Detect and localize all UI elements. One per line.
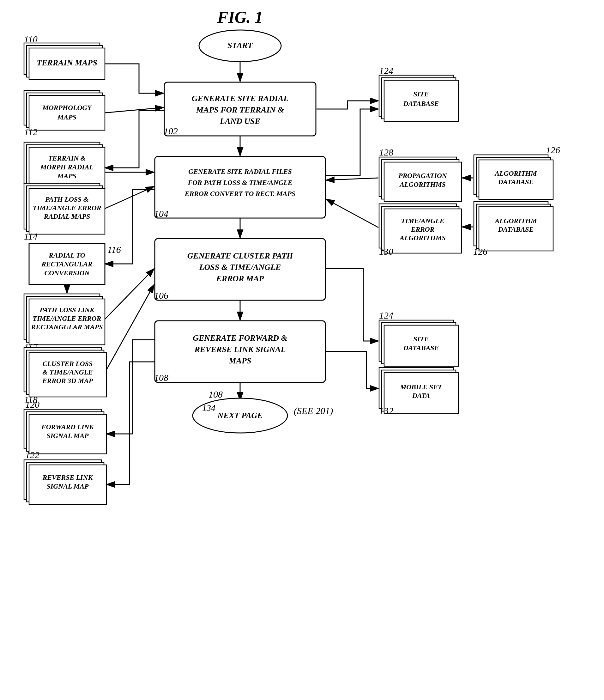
terr-morph-l1: TERRAIN & (48, 154, 86, 162)
fwd-link-l1: FORWARD LINK (41, 423, 94, 431)
node-108-l1: GENERATE FORWARD & (193, 333, 287, 343)
node-104-l2: FOR PATH LOSS & TIME/ANGLE (188, 179, 292, 186)
svg-line-60 (106, 284, 154, 370)
terr-morph-l3: MAPS (57, 172, 76, 180)
node-106-l1: GENERATE CLUSTER PATH (187, 251, 293, 260)
num-110: 110 (24, 34, 37, 44)
cluster-l3: ERROR 3D MAP (42, 377, 93, 384)
node-104-l1: GENERATE SITE RADIAL FILES (188, 168, 292, 175)
morph-maps-l2: MAPS (57, 113, 76, 121)
prop-algo-l1: PROPAGATION (398, 172, 447, 179)
algo-db2-l2: DATABASE (498, 225, 534, 233)
fig-title: FIG. 1 (217, 8, 263, 26)
node-108-l2: REVERSE LINK SIGNAL (194, 345, 286, 354)
num-124-top: 124 (379, 66, 393, 76)
num-132: 132 (379, 405, 393, 416)
num-120: 120 (25, 399, 40, 409)
rev-link-l2: SIGNAL MAP (47, 482, 89, 490)
num-112: 112 (24, 127, 37, 137)
num-126-bot: 126 (473, 246, 488, 257)
num-116: 116 (107, 244, 121, 255)
rev-link-l1: REVERSE LINK (42, 473, 93, 481)
num-134: 134 (202, 403, 215, 413)
path-rad-l1: PATH LOSS & (45, 195, 89, 203)
fwd-link-l2: SIGNAL MAP (47, 432, 89, 440)
num-108b: 108 (209, 389, 223, 399)
node-102-l1: GENERATE SITE RADIAL (192, 94, 288, 103)
node-106-l2: LOSS & TIME/ANGLE (199, 262, 281, 272)
start-label: START (228, 41, 253, 50)
time-angle-l2: ERROR (411, 225, 435, 233)
mobile-l1: MOBILE SET (400, 383, 443, 391)
morph-maps-l1: MORPHOLOGY (42, 104, 92, 111)
node-102-l2: MAPS FOR TERRAIN & (196, 105, 284, 115)
num-124-bot: 124 (379, 310, 393, 321)
svg-rect-29 (155, 156, 325, 218)
site-db1-l2: DATABASE (403, 100, 439, 107)
svg-line-73 (326, 178, 378, 180)
algo-db1-l2: DATABASE (498, 178, 534, 186)
cluster-l1: CLUSTER LOSS (43, 360, 93, 368)
terr-morph-l2: MORPH RADIAL (40, 163, 94, 171)
num-102: 102 (164, 126, 178, 136)
time-angle-l3: ALGORITHMS (399, 234, 445, 242)
algo-db2-l1: ALGORITHM (494, 217, 537, 225)
num-130: 130 (379, 246, 393, 257)
num-114: 114 (24, 231, 37, 242)
cluster-l2: & TIME/ANGLE (42, 368, 93, 376)
num-106: 106 (154, 290, 168, 301)
node-102-l3: LAND USE (219, 117, 260, 126)
num-122: 122 (25, 450, 40, 460)
algo-db1-l1: ALGORITHM (494, 169, 537, 177)
num-108: 108 (154, 372, 168, 383)
node-104-l3: ERROR CONVERT TO RECT. MAPS (184, 190, 295, 198)
site-db1-l1: SITE (414, 90, 429, 98)
node-106-l3: ERROR MAP (216, 274, 264, 283)
svg-line-56 (105, 269, 154, 319)
terrain-maps-label: TERRAIN MAPS (37, 58, 97, 67)
path-rect-l3: RECTANGULAR MAPS (31, 323, 103, 331)
num-104: 104 (154, 208, 168, 219)
prop-algo-l2: ALGORITHMS (399, 180, 445, 189)
radial-rect-l2: RECTANGULAR (41, 260, 92, 268)
path-rect-l1: PATH LOSS LINK (39, 306, 95, 314)
num-126-top: 126 (546, 145, 560, 155)
path-rad-l2: TIME/ANGLE ERROR (33, 204, 101, 212)
num-128: 128 (379, 147, 393, 157)
site-db2-l2: DATABASE (403, 344, 439, 352)
mobile-l2: DATA (412, 392, 430, 399)
path-rect-l2: TIME/ANGLE ERROR (33, 315, 101, 322)
site-db2-l1: SITE (414, 335, 429, 343)
svg-rect-41 (29, 96, 105, 130)
node-108-l3: MAPS (229, 356, 252, 365)
radial-rect-l1: RADIAL TO (48, 251, 85, 259)
see201-label: (SEE 201) (294, 405, 333, 416)
next-page-label: NEXT PAGE (217, 411, 263, 420)
radial-rect-l3: CONVERSION (44, 269, 90, 277)
time-angle-l1: TIME/ANGLE (401, 217, 444, 225)
full-flowchart: text { font-family: 'Times New Roman', s… (0, 0, 604, 700)
path-rad-l3: RADIAL MAPS (44, 212, 90, 220)
svg-line-81 (326, 199, 378, 228)
